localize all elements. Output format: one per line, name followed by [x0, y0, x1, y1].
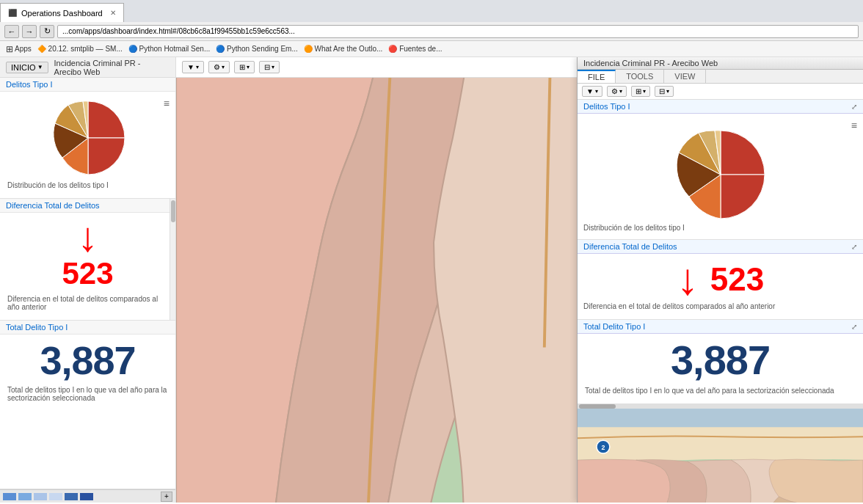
- total-widget-content: 3,887 Total de delitos tipo I en lo que …: [0, 335, 175, 411]
- refresh-button[interactable]: ↻: [40, 25, 54, 38]
- popup-widget2-expand-btn[interactable]: ⤢: [851, 243, 857, 251]
- list-view-icon[interactable]: ≡: [164, 98, 170, 109]
- popup-down-arrow-icon: ↓: [677, 260, 699, 299]
- ribbon-grid-dropdown: ▾: [666, 88, 669, 95]
- grid-icon: ⊟: [264, 63, 270, 71]
- apps-grid-icon: ⊞: [6, 44, 13, 54]
- ribbon-grid-btn[interactable]: ⊟ ▾: [655, 86, 674, 97]
- ribbon-tools-icon: ⚙: [611, 87, 618, 95]
- filter-button[interactable]: ▼ ▾: [182, 61, 204, 73]
- widget2-title: Diferencia Total de Delitos: [6, 201, 100, 210]
- swatch-blue5: [65, 493, 78, 500]
- diff-value: 523: [62, 258, 113, 289]
- main-area: INICIO ▼ Incidencia Criminal PR - Arecib…: [0, 57, 863, 503]
- tools-dropdown-icon: ▾: [222, 64, 225, 70]
- ribbon-filter-dropdown: ▾: [595, 88, 598, 95]
- tab-view-label: VIEW: [674, 72, 695, 81]
- popup-widget3-desc: Total de delitos tipo I en lo que va del…: [580, 384, 860, 398]
- ribbon-tools-dropdown: ▾: [619, 88, 622, 95]
- apps-label: Apps: [15, 45, 32, 53]
- svg-text:2: 2: [601, 444, 605, 451]
- tab-file-label: FILE: [588, 73, 605, 81]
- inicio-button[interactable]: INICIO ▼: [6, 62, 48, 73]
- left-sidebar: INICIO ▼ Incidencia Criminal PR - Arecib…: [0, 57, 176, 503]
- popup-widget3-expand-btn[interactable]: ⤢: [851, 323, 857, 331]
- swatch-blue4: [49, 493, 62, 500]
- vertical-scrollbar[interactable]: [170, 199, 175, 320]
- tab-file[interactable]: FILE: [578, 70, 616, 83]
- bookmark-hotmail[interactable]: 🔵 Python Hotmail Sen...: [128, 45, 211, 53]
- popup-map-right: 2 Area Utuado: [578, 409, 863, 503]
- widget2-description: Diferencia en el total de delitos compar…: [6, 292, 170, 314]
- widget-diferencia: Diferencia Total de Delitos ↓ 523 Difere…: [0, 199, 175, 321]
- dashboard-header: INICIO ▼ Incidencia Criminal PR - Arecib…: [0, 57, 175, 78]
- grid-dropdown-icon: ▾: [272, 64, 274, 70]
- hotmail-label: Python Hotmail Sen...: [139, 45, 211, 53]
- tab-tools-label: TOOLS: [626, 72, 653, 81]
- popup-widget1-header: Delitos Tipo I ⤢: [578, 100, 863, 114]
- bookmark-fuentes[interactable]: 🔴 Fuentes de...: [388, 45, 442, 53]
- layout-button[interactable]: ⊞ ▾: [234, 61, 255, 73]
- popup-widget3-header: Total Delito Tipo I ⤢: [578, 320, 863, 334]
- popup-widget1-desc: Distribución de los delitos tipo I: [583, 222, 857, 233]
- popup-list-icon[interactable]: ≡: [851, 120, 857, 131]
- ribbon-grid-icon: ⊟: [659, 87, 665, 95]
- widget-total: Total Delito Tipo I 3,887 Total de delit…: [0, 321, 175, 489]
- ribbon-layout-icon: ⊞: [636, 87, 641, 95]
- tab-title: Operations Dashboard: [21, 9, 103, 18]
- ribbon-tab-bar: FILE TOOLS VIEW: [578, 70, 863, 84]
- bookmark-apps[interactable]: ⊞ Apps: [6, 44, 32, 54]
- layout-dropdown-icon: ▾: [247, 64, 250, 70]
- sending-favicon: 🔵: [216, 45, 225, 53]
- widget2-header: Diferencia Total de Delitos: [0, 199, 175, 213]
- ribbon-layout-btn[interactable]: ⊞ ▾: [631, 86, 650, 97]
- tab-tools[interactable]: TOOLS: [616, 70, 664, 83]
- widget3-title: Total Delito Tipo I: [6, 323, 68, 332]
- popup-widget1: Delitos Tipo I ⤢ ≡: [578, 100, 863, 240]
- swatch-blue2: [18, 493, 32, 500]
- popup-total-value: 3,887: [671, 340, 770, 381]
- smtplib-favicon: 🔶: [37, 45, 46, 53]
- bookmark-sending[interactable]: 🔵 Python Sending Em...: [216, 45, 298, 53]
- pie-chart-container: ≡ Distrib: [0, 92, 175, 198]
- tab-view[interactable]: VIEW: [664, 70, 706, 83]
- popup-widget3-title: Total Delito Tipo I: [583, 322, 645, 331]
- tab-favicon: ⬛: [8, 9, 17, 17]
- active-tab[interactable]: ⬛ Operations Dashboard ✕: [0, 3, 124, 22]
- widget1-description: Distribución de los delitos tipo I: [6, 178, 170, 192]
- popup-widget2: Diferencia Total de Delitos ⤢ ↓ 523 Dife…: [578, 240, 863, 320]
- tab-close-icon[interactable]: ✕: [110, 9, 116, 17]
- forward-button[interactable]: →: [22, 25, 37, 38]
- grid-button[interactable]: ⊟ ▾: [259, 61, 280, 73]
- popup-widget3: Total Delito Tipo I ⤢ 3,887 Total de del…: [578, 320, 863, 404]
- smtplib-label: 20.12. smtplib — SM...: [48, 45, 123, 53]
- back-button[interactable]: ←: [4, 25, 19, 38]
- total-value: 3,887: [40, 340, 135, 380]
- popup-widget1-title: Delitos Tipo I: [583, 102, 630, 111]
- address-bar[interactable]: [57, 25, 859, 38]
- swatch-blue6: [80, 493, 93, 500]
- outlook-favicon: 🟠: [304, 45, 313, 53]
- tools-button[interactable]: ⚙ ▾: [208, 61, 230, 73]
- swatch-blue3: [34, 493, 47, 500]
- window-title: Incidencia Criminal PR - Arecibo Web: [583, 59, 718, 67]
- popup-widget1-expand-btn[interactable]: ⤢: [851, 103, 857, 111]
- ribbon-toolbar: ▼ ▾ ⚙ ▾ ⊞ ▾ ⊟ ▾: [578, 84, 863, 100]
- ribbon-filter-icon: ▼: [586, 87, 594, 95]
- fuentes-label: Fuentes de...: [399, 45, 442, 53]
- swatch-blue1: [3, 493, 16, 500]
- outlook-label: What Are the Outlo...: [315, 45, 383, 53]
- ribbon-tools-btn[interactable]: ⚙ ▾: [607, 86, 627, 97]
- pie-chart-svg: [48, 98, 128, 178]
- popup-widget2-desc: Diferencia en el total de delitos compar…: [583, 299, 857, 313]
- bottom-swatches: +: [0, 489, 175, 503]
- ribbon-filter-btn[interactable]: ▼ ▾: [582, 86, 602, 97]
- right-detached-window: Incidencia Criminal PR - Arecibo Web FIL…: [577, 57, 863, 503]
- nav-bar: ← → ↻: [0, 22, 863, 41]
- browser-chrome: ⬛ Operations Dashboard ✕ ← → ↻ ⊞ Apps 🔶 …: [0, 0, 863, 57]
- bookmark-smtplib[interactable]: 🔶 20.12. smtplib — SM...: [37, 45, 123, 53]
- popup-total-content: 3,887 Total de delitos tipo I en lo que …: [578, 334, 863, 403]
- bookmark-outlook[interactable]: 🟠 What Are the Outlo...: [304, 45, 383, 53]
- popup-diff-content: ↓ 523 Diferencia en el total de delitos …: [578, 254, 863, 319]
- add-swatch-button[interactable]: +: [161, 492, 172, 502]
